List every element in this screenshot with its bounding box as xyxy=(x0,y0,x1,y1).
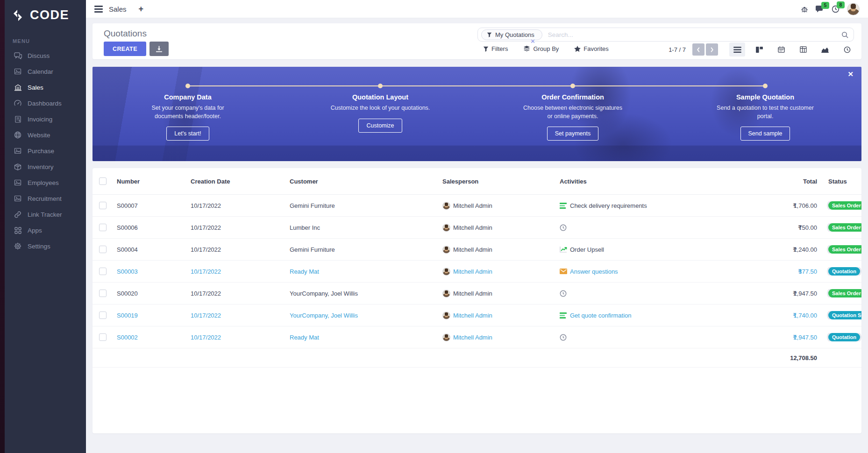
add-tab-button[interactable]: + xyxy=(139,5,144,13)
customer-name: Gemini Furniture xyxy=(290,246,442,253)
tasks-activity-icon[interactable] xyxy=(560,203,567,209)
sidebar-item-discuss[interactable]: Discuss xyxy=(5,48,86,64)
pager-previous-button[interactable] xyxy=(692,43,704,56)
search-input[interactable] xyxy=(547,31,838,39)
column-header-customer[interactable]: Customer xyxy=(290,178,442,185)
calendar-view-button[interactable] xyxy=(773,42,789,57)
column-header-activities[interactable]: Activities xyxy=(560,178,725,185)
control-panel: Quotations CREATE My Quotations ✕ Filter… xyxy=(92,23,861,59)
pager-range: 1-7 / 7 xyxy=(669,46,686,53)
customize-button[interactable]: Customize xyxy=(358,119,402,133)
table-row[interactable]: S00006 10/17/2022 Lumber Inc Mitchell Ad… xyxy=(92,217,861,239)
salesperson-name: Mitchell Admin xyxy=(453,202,492,209)
pager-next-button[interactable] xyxy=(706,43,718,56)
column-header-status[interactable]: Status xyxy=(824,178,861,185)
globe-icon xyxy=(14,131,22,139)
group-by-button[interactable]: Group By xyxy=(523,45,559,52)
debug-bug-icon[interactable] xyxy=(801,6,808,13)
step-dot xyxy=(378,84,383,88)
link-icon xyxy=(14,210,22,219)
activity-view-button[interactable] xyxy=(839,42,855,57)
list-view-button[interactable] xyxy=(729,42,745,57)
facet-remove-icon[interactable]: ✕ xyxy=(530,38,535,44)
order-total: ₹2,947.50 xyxy=(725,334,824,341)
sidebar-item-label: Calendar xyxy=(28,68,53,75)
window-edge xyxy=(0,0,5,453)
sidebar-item-recruitment[interactable]: Recruitment xyxy=(5,191,86,206)
clock-activity-icon[interactable] xyxy=(560,334,567,341)
graph-view-button[interactable] xyxy=(817,42,833,57)
layers-icon xyxy=(523,46,530,52)
create-button[interactable]: CREATE xyxy=(104,42,146,56)
messages-count-badge: 5 xyxy=(821,2,829,9)
pivot-view-button[interactable] xyxy=(795,42,811,57)
row-checkbox[interactable] xyxy=(99,246,107,253)
row-checkbox[interactable] xyxy=(99,311,107,319)
table-row[interactable]: S00002 10/17/2022 Ready Mat Mitchell Adm… xyxy=(92,326,861,348)
sidebar-item-website[interactable]: Website xyxy=(5,127,86,143)
activity-clock-icon[interactable]: 8 xyxy=(832,5,840,13)
tasks-activity-icon[interactable] xyxy=(560,312,567,319)
creation-date: 10/17/2022 xyxy=(191,202,290,209)
row-checkbox[interactable] xyxy=(99,333,107,341)
image-placeholder-icon xyxy=(14,194,22,203)
table-row[interactable]: S00020 10/17/2022 YourCompany, Joel Will… xyxy=(92,283,861,304)
salesperson-avatar xyxy=(442,311,450,319)
search-icon[interactable] xyxy=(841,31,848,38)
filters-button[interactable]: Filters xyxy=(483,45,508,52)
sidebar-item-calendar[interactable]: Calendar xyxy=(5,64,86,79)
clock-activity-icon[interactable] xyxy=(560,290,567,297)
column-header-creation-date[interactable]: Creation Date xyxy=(191,178,290,185)
creation-date: 10/17/2022 xyxy=(191,312,290,319)
salesperson-avatar xyxy=(442,290,450,297)
sidebar-item-dashboards[interactable]: Dashboards xyxy=(5,95,86,111)
creation-date: 10/17/2022 xyxy=(191,246,290,253)
export-button[interactable] xyxy=(149,42,169,56)
kanban-view-button[interactable] xyxy=(751,42,767,57)
sidebar-item-settings[interactable]: Settings xyxy=(5,238,86,254)
set-payments-button[interactable]: Set payments xyxy=(547,127,598,141)
step-dot xyxy=(570,84,575,88)
progress-line xyxy=(188,85,765,86)
table-row[interactable]: S00007 10/17/2022 Gemini Furniture Mitch… xyxy=(92,195,861,217)
topbar-app-title[interactable]: Sales xyxy=(109,5,127,13)
activity-count-badge: 8 xyxy=(837,1,845,8)
row-checkbox[interactable] xyxy=(99,224,107,231)
sidebar-item-employees[interactable]: Employees xyxy=(5,175,86,191)
banner-close-icon[interactable]: ✕ xyxy=(847,71,854,78)
upsell-chart-activity-icon[interactable] xyxy=(560,247,567,253)
sidebar-item-sales[interactable]: Sales xyxy=(5,79,86,95)
salesperson-name: Mitchell Admin xyxy=(453,290,492,297)
table-row[interactable]: S00004 10/17/2022 Gemini Furniture Mitch… xyxy=(92,239,861,261)
sidebar-item-label: Inventory xyxy=(28,163,54,170)
email-activity-icon[interactable] xyxy=(560,269,567,274)
send-sample-button[interactable]: Send sample xyxy=(740,127,790,141)
sidebar: CODE MENU Discuss Calendar Sales Dashboa… xyxy=(5,0,86,453)
hamburger-menu-icon[interactable] xyxy=(94,6,103,13)
select-all-checkbox[interactable] xyxy=(99,177,107,185)
clock-activity-icon[interactable] xyxy=(560,224,567,231)
favorites-button[interactable]: Favorites xyxy=(574,45,608,52)
image-placeholder-icon xyxy=(14,178,22,187)
gauge-icon xyxy=(14,99,22,107)
sidebar-item-purchase[interactable]: Purchase xyxy=(5,143,86,159)
user-avatar[interactable] xyxy=(847,3,860,15)
sidebar-item-link-tracker[interactable]: Link Tracker xyxy=(5,206,86,222)
table-row[interactable]: S00019 10/17/2022 YourCompany, Joel Will… xyxy=(92,304,861,326)
column-header-salesperson[interactable]: Salesperson xyxy=(442,178,560,185)
status-badge: Quotation xyxy=(828,333,860,341)
messages-icon[interactable]: 5 xyxy=(816,6,824,13)
row-checkbox[interactable] xyxy=(99,268,107,275)
sidebar-item-apps[interactable]: Apps xyxy=(5,222,86,238)
column-header-total[interactable]: Total xyxy=(725,178,824,185)
search-bar[interactable]: My Quotations ✕ xyxy=(477,28,854,42)
column-header-number[interactable]: Number xyxy=(117,178,191,185)
lets-start-button[interactable]: Let's start! xyxy=(166,127,209,141)
sidebar-item-inventory[interactable]: Inventory xyxy=(5,159,86,175)
row-checkbox[interactable] xyxy=(99,202,107,209)
sidebar-item-invoicing[interactable]: Invoicing xyxy=(5,111,86,127)
table-row[interactable]: S00003 10/17/2022 Ready Mat Mitchell Adm… xyxy=(92,261,861,283)
row-checkbox[interactable] xyxy=(99,290,107,297)
app-logo[interactable]: CODE xyxy=(5,0,86,22)
step-dot xyxy=(185,84,190,88)
